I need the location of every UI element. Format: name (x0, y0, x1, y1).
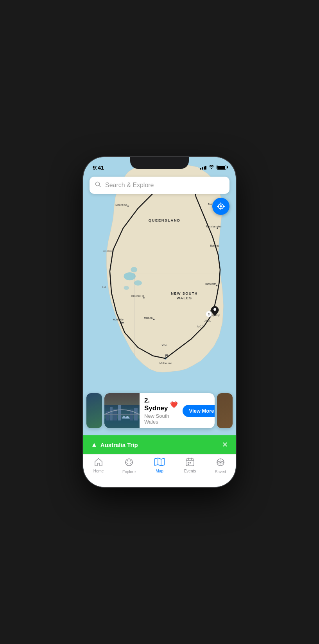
status-icons (200, 165, 227, 170)
svg-text:Melbourne: Melbourne (160, 362, 172, 365)
svg-rect-66 (190, 462, 191, 463)
card-main[interactable]: 2. Sydney ❤️ New South Wales View More (104, 393, 215, 428)
status-time: 9:41 (93, 164, 104, 171)
svg-rect-55 (134, 408, 138, 420)
signal-bars-icon (200, 165, 207, 170)
svg-text:NEW SOUTH: NEW SOUTH (171, 292, 197, 295)
search-bar[interactable]: Search & Explore (90, 177, 229, 194)
explore-icon (124, 458, 134, 469)
svg-rect-51 (110, 407, 113, 420)
svg-rect-57 (104, 393, 140, 405)
home-icon (94, 458, 103, 468)
svg-text:Tamworth: Tamworth (205, 283, 217, 285)
card-info: 2. Sydney ❤️ New South Wales (140, 397, 183, 425)
tab-home-label: Home (93, 469, 104, 473)
tab-saved-label: Saved (215, 470, 226, 474)
svg-text:Mount Isa: Mount Isa (115, 204, 127, 206)
card-subtitle: New South Wales (144, 413, 178, 425)
svg-text:QUEENSLAND: QUEENSLAND (149, 218, 181, 222)
trip-banner[interactable]: ▲ Australia Trip ✕ (83, 435, 236, 454)
wifi-icon (208, 165, 215, 170)
tab-bar: Home Explore (83, 454, 236, 487)
svg-rect-53 (118, 405, 121, 420)
svg-rect-30 (122, 322, 124, 323)
card-image (104, 393, 140, 428)
svg-text:WALES: WALES (177, 296, 192, 300)
svg-point-25 (153, 319, 154, 320)
svg-point-9 (131, 267, 137, 272)
tab-events[interactable]: Events (175, 458, 205, 473)
close-icon[interactable]: ✕ (222, 440, 228, 449)
svg-point-8 (124, 272, 136, 280)
svg-point-39 (213, 308, 216, 311)
svg-rect-34 (165, 354, 168, 356)
svg-rect-67 (188, 464, 189, 465)
phone-device: 9:41 (83, 157, 236, 487)
tab-map[interactable]: Map (144, 458, 175, 473)
card-strip: 2. Sydney ❤️ New South Wales View More (83, 389, 236, 432)
location-button[interactable] (212, 198, 229, 215)
trip-banner-left: ▲ Australia Trip (91, 441, 138, 448)
svg-point-14 (127, 206, 129, 207)
phone-screen: 9:41 (83, 157, 236, 487)
trip-banner-title: Australia Trip (100, 442, 138, 448)
search-input[interactable]: Search & Explore (105, 182, 154, 189)
tab-events-label: Events (184, 469, 196, 473)
location-icon (217, 202, 225, 211)
saved-icon (216, 458, 225, 469)
svg-text:VIC.: VIC. (161, 343, 167, 347)
card-title: 2. Sydney ❤️ (144, 397, 178, 412)
map-area[interactable]: QUEENSLAND NEW SOUTH WALES VIC. A.C.T. J… (83, 157, 236, 409)
svg-point-10 (134, 280, 142, 286)
svg-point-11 (124, 286, 129, 290)
search-icon (95, 181, 101, 189)
tab-explore[interactable]: Explore (114, 458, 144, 474)
chevron-up-icon: ▲ (91, 441, 97, 448)
tab-explore-label: Explore (122, 470, 136, 474)
svg-text:LIA: LIA (102, 286, 106, 288)
svg-text:2: 2 (208, 313, 210, 316)
notch (130, 157, 189, 169)
svg-point-46 (220, 205, 222, 208)
tab-saved[interactable]: Saved (205, 458, 236, 474)
battery-icon (217, 165, 226, 170)
card-peek-right[interactable] (217, 393, 233, 428)
card-peek-left[interactable] (86, 393, 102, 428)
events-icon (186, 458, 194, 468)
heart-icon: ❤️ (170, 401, 178, 408)
view-more-button[interactable]: View More (183, 405, 215, 417)
tab-home[interactable]: Home (83, 458, 114, 473)
svg-text:Mildura: Mildura (144, 317, 152, 319)
svg-text:Broken Hill: Broken Hill (131, 295, 144, 297)
card-number-city: 2. Sydney (144, 397, 168, 412)
svg-rect-65 (188, 462, 189, 463)
map-icon (154, 458, 165, 468)
tab-map-label: Map (156, 469, 163, 473)
